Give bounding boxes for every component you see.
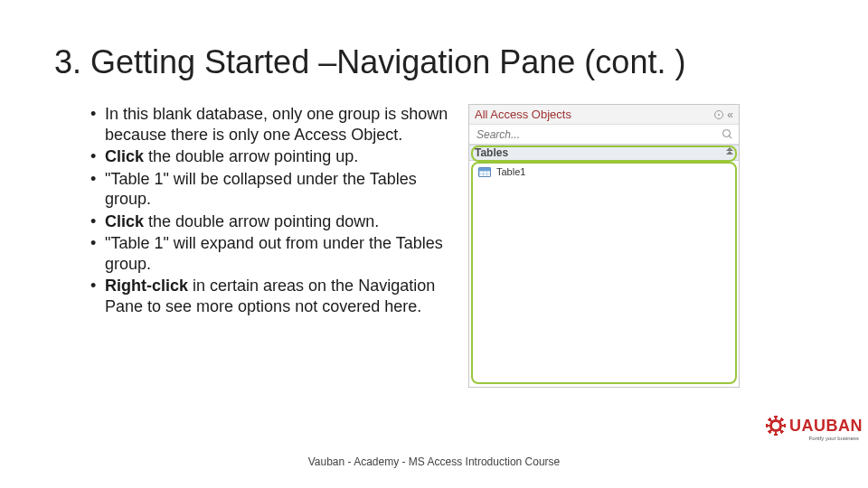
bullet-item: In this blank database, only one group i… bbox=[90, 104, 452, 145]
slide: 3. Getting Started –Navigation Pane (con… bbox=[0, 0, 868, 488]
slide-footer: Vauban - Academy - MS Access Introductio… bbox=[0, 455, 868, 468]
bullet-column: In this blank database, only one group i… bbox=[54, 104, 452, 318]
object-item-table1[interactable]: Table1 bbox=[475, 164, 733, 179]
collapse-pane-icon[interactable]: « bbox=[727, 109, 733, 120]
content-row: In this blank database, only one group i… bbox=[54, 104, 814, 388]
navigation-pane: All Access Objects « Tables bbox=[468, 104, 740, 388]
search-icon[interactable] bbox=[722, 129, 733, 140]
navpane-header[interactable]: All Access Objects « bbox=[469, 105, 739, 125]
group-body: Table1 bbox=[469, 161, 739, 387]
bullet-item: "Table 1" will expand out from under the… bbox=[90, 233, 452, 274]
object-label: Table1 bbox=[496, 166, 525, 177]
dropdown-icon[interactable] bbox=[714, 110, 723, 119]
search-input[interactable] bbox=[475, 127, 656, 142]
bullet-item: Click the double arrow pointing down. bbox=[90, 211, 452, 232]
brand-name: UAUBAN bbox=[789, 417, 863, 435]
screenshot-column: All Access Objects « Tables bbox=[468, 104, 740, 388]
brand-logo: UAUBAN Fortify your business bbox=[766, 416, 863, 436]
bullet-item: Right-click in certain areas on the Navi… bbox=[90, 276, 452, 316]
navpane-title: All Access Objects bbox=[475, 108, 571, 121]
group-label: Tables bbox=[475, 146, 508, 159]
navpane-header-icons: « bbox=[714, 109, 733, 120]
slide-title: 3. Getting Started –Navigation Pane (con… bbox=[54, 43, 814, 80]
bullet-item: "Table 1" will be collapsed under the Ta… bbox=[90, 169, 452, 210]
navpane-search-row bbox=[469, 125, 739, 145]
gear-icon bbox=[766, 416, 786, 436]
table-icon bbox=[478, 167, 491, 177]
group-header-tables[interactable]: Tables bbox=[469, 145, 739, 161]
brand-tagline: Fortify your business bbox=[809, 436, 859, 441]
bullet-list: In this blank database, only one group i… bbox=[90, 104, 452, 316]
bullet-item: Click the double arrow pointing up. bbox=[90, 146, 452, 167]
